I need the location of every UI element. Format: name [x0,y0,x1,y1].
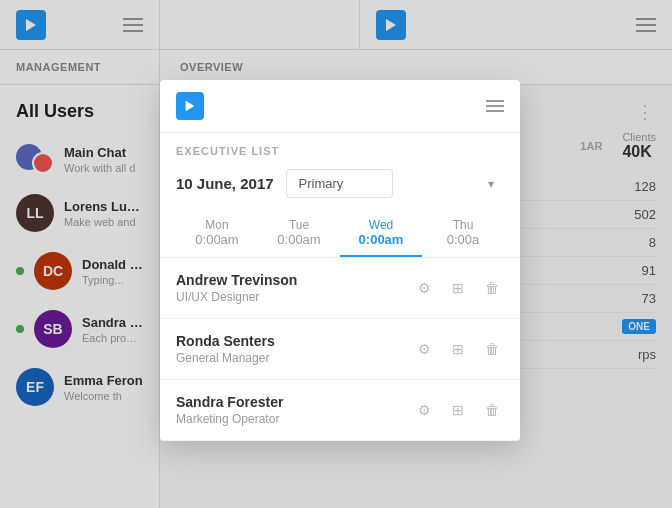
tab-thu-time: 0:00a [426,232,500,247]
tab-mon[interactable]: Mon 0:00am [176,210,258,257]
tab-tue-label: Tue [262,218,336,232]
person-row-ronda: Ronda Senters General Manager ⚙ ⊞ 🗑 [160,319,520,380]
person-name-andrew: Andrew Trevinson [176,272,412,288]
delete-icon-sandra[interactable]: 🗑 [480,398,504,422]
modal-primary-select[interactable]: Primary Secondary [286,169,393,198]
tab-wed-label: Wed [344,218,418,232]
person-actions-sandra: ⚙ ⊞ 🗑 [412,398,504,422]
tab-tue[interactable]: Tue 0:00am [258,210,340,257]
person-row-sandra: Sandra Forester Marketing Operator ⚙ ⊞ 🗑 [160,380,520,441]
person-role-sandra: Marketing Operator [176,412,412,426]
modal-date-row: 10 June, 2017 Primary Secondary [160,165,520,210]
modal-date: 10 June, 2017 [176,175,274,192]
settings-icon-andrew[interactable]: ⚙ [412,276,436,300]
settings-icon-sandra[interactable]: ⚙ [412,398,436,422]
person-actions-ronda: ⚙ ⊞ 🗑 [412,337,504,361]
delete-icon-andrew[interactable]: 🗑 [480,276,504,300]
svg-marker-2 [186,101,195,112]
person-actions-andrew: ⚙ ⊞ 🗑 [412,276,504,300]
tab-thu[interactable]: Thu 0:00a [422,210,504,257]
modal-logo[interactable] [176,92,204,120]
modal-topbar [160,80,520,133]
person-name-sandra: Sandra Forester [176,394,412,410]
modal-select-wrapper: Primary Secondary [286,169,504,198]
person-name-ronda: Ronda Senters [176,333,412,349]
person-info-ronda: Ronda Senters General Manager [176,333,412,365]
tab-thu-label: Thu [426,218,500,232]
tab-mon-time: 0:00am [180,232,254,247]
tab-wed[interactable]: Wed 0:00am [340,210,422,257]
add-icon-sandra[interactable]: ⊞ [446,398,470,422]
tab-mon-label: Mon [180,218,254,232]
tab-wed-time: 0:00am [344,232,418,247]
executive-list-modal: EXECUTIVE LIST 10 June, 2017 Primary Sec… [160,80,520,441]
delete-icon-ronda[interactable]: 🗑 [480,337,504,361]
add-icon-andrew[interactable]: ⊞ [446,276,470,300]
add-icon-ronda[interactable]: ⊞ [446,337,470,361]
modal-hamburger[interactable] [486,100,504,112]
settings-icon-ronda[interactable]: ⚙ [412,337,436,361]
person-info-andrew: Andrew Trevinson UI/UX Designer [176,272,412,304]
tab-tue-time: 0:00am [262,232,336,247]
person-info-sandra: Sandra Forester Marketing Operator [176,394,412,426]
day-tabs: Mon 0:00am Tue 0:00am Wed 0:00am Thu 0:0… [160,210,520,258]
person-role-ronda: General Manager [176,351,412,365]
person-role-andrew: UI/UX Designer [176,290,412,304]
person-row-andrew: Andrew Trevinson UI/UX Designer ⚙ ⊞ 🗑 [160,258,520,319]
modal-section-label: EXECUTIVE LIST [160,133,520,165]
